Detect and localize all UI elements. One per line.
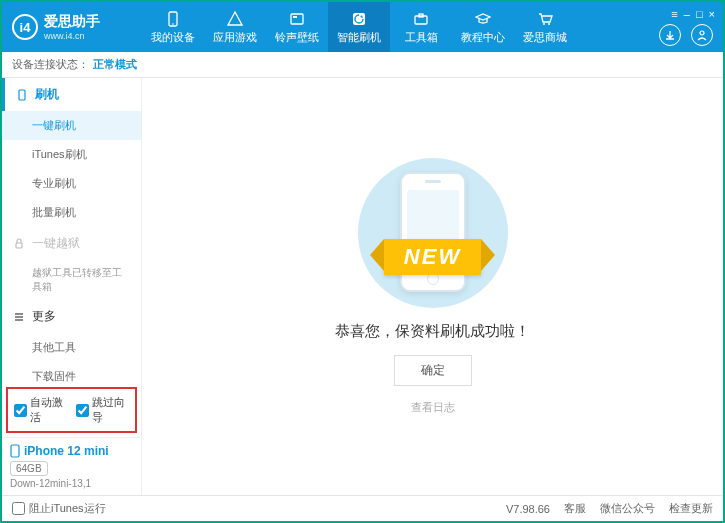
download-button[interactable] (659, 24, 681, 46)
apps-icon (226, 10, 244, 28)
sidebar-options-highlight: 自动激活 跳过向导 (6, 387, 137, 433)
sidebar-group-more: 更多 其他工具 下载固件 高级功能 (2, 300, 141, 383)
device-block[interactable]: iPhone 12 mini 64GB Down-12mini-13,1 (2, 437, 141, 495)
nav-tutorial[interactable]: 教程中心 (452, 2, 514, 52)
svg-rect-3 (293, 16, 297, 18)
nav-ringtones[interactable]: 铃声壁纸 (266, 2, 328, 52)
sidebar-header-label: 更多 (32, 308, 56, 325)
toolbox-icon (412, 10, 430, 28)
list-icon (12, 310, 26, 324)
phone-icon (164, 10, 182, 28)
nav-label: 教程中心 (461, 30, 505, 45)
sidebar-scroll[interactable]: 刷机 一键刷机 iTunes刷机 专业刷机 批量刷机 一键越狱 越狱工具已转移至… (2, 78, 141, 383)
sidebar-header-jailbreak[interactable]: 一键越狱 (2, 227, 141, 260)
logo-subtitle: www.i4.cn (44, 31, 100, 41)
graduation-icon (474, 10, 492, 28)
nav-flash[interactable]: 智能刷机 (328, 2, 390, 52)
lock-icon (12, 237, 26, 251)
close-button[interactable]: × (709, 8, 715, 20)
checkbox-input[interactable] (12, 502, 25, 515)
logo: i4 爱思助手 www.i4.cn (12, 13, 142, 41)
checkbox-auto-activate[interactable]: 自动激活 (14, 395, 68, 425)
phone-icon (15, 88, 29, 102)
sidebar-item-oneclick-flash[interactable]: 一键刷机 (2, 111, 141, 140)
main-content: NEW 恭喜您，保资料刷机成功啦！ 确定 查看日志 (142, 78, 723, 495)
sidebar-item-other-tools[interactable]: 其他工具 (2, 333, 141, 362)
body: 刷机 一键刷机 iTunes刷机 专业刷机 批量刷机 一键越狱 越狱工具已转移至… (2, 78, 723, 495)
sidebar-group-flash: 刷机 一键刷机 iTunes刷机 专业刷机 批量刷机 (2, 78, 141, 227)
svg-rect-10 (19, 90, 25, 100)
success-message: 恭喜您，保资料刷机成功啦！ (335, 322, 530, 341)
svg-point-1 (172, 23, 174, 25)
wechat-link[interactable]: 微信公众号 (600, 501, 655, 516)
main-nav: 我的设备 应用游戏 铃声壁纸 智能刷机 工具箱 教程中心 (142, 2, 713, 52)
sidebar: 刷机 一键刷机 iTunes刷机 专业刷机 批量刷机 一键越狱 越狱工具已转移至… (2, 78, 142, 495)
checkbox-input[interactable] (14, 404, 27, 417)
logo-title: 爱思助手 (44, 13, 100, 31)
version-label: V7.98.66 (506, 503, 550, 515)
window-controls: ≡ – □ × (671, 8, 715, 20)
checkbox-skip-guide[interactable]: 跳过向导 (76, 395, 130, 425)
svg-rect-11 (16, 243, 22, 248)
checkbox-input[interactable] (76, 404, 89, 417)
checkbox-block-itunes[interactable]: 阻止iTunes运行 (12, 501, 106, 516)
status-bar: 设备连接状态： 正常模式 (2, 52, 723, 78)
nav-label: 应用游戏 (213, 30, 257, 45)
device-name: iPhone 12 mini (10, 444, 133, 458)
maximize-button[interactable]: □ (696, 8, 703, 20)
sidebar-item-download-firmware[interactable]: 下载固件 (2, 362, 141, 383)
nav-store[interactable]: 爱思商城 (514, 2, 576, 52)
svg-rect-2 (291, 14, 303, 24)
wallpaper-icon (288, 10, 306, 28)
sidebar-jailbreak-note: 越狱工具已转移至工具箱 (2, 260, 141, 300)
view-log-link[interactable]: 查看日志 (411, 400, 455, 415)
customer-service-link[interactable]: 客服 (564, 501, 586, 516)
logo-icon: i4 (12, 14, 38, 40)
minimize-button[interactable]: – (684, 8, 690, 20)
header-actions (659, 24, 713, 46)
status-value: 正常模式 (93, 57, 137, 72)
nav-label: 我的设备 (151, 30, 195, 45)
svg-point-8 (548, 23, 550, 25)
sidebar-item-itunes-flash[interactable]: iTunes刷机 (2, 140, 141, 169)
ok-button[interactable]: 确定 (394, 355, 472, 386)
check-update-link[interactable]: 检查更新 (669, 501, 713, 516)
sidebar-header-flash[interactable]: 刷机 (2, 78, 141, 111)
user-button[interactable] (691, 24, 713, 46)
svg-point-9 (700, 31, 704, 35)
success-illustration: NEW (333, 158, 533, 308)
checkbox-label: 阻止iTunes运行 (29, 501, 106, 516)
nav-label: 爱思商城 (523, 30, 567, 45)
sidebar-item-batch-flash[interactable]: 批量刷机 (2, 198, 141, 227)
device-model: Down-12mini-13,1 (10, 478, 133, 489)
refresh-icon (350, 10, 368, 28)
nav-label: 工具箱 (405, 30, 438, 45)
nav-toolbox[interactable]: 工具箱 (390, 2, 452, 52)
checkbox-label: 跳过向导 (92, 395, 130, 425)
nav-label: 铃声壁纸 (275, 30, 319, 45)
device-name-text: iPhone 12 mini (24, 444, 109, 458)
ribbon-text: NEW (384, 239, 481, 275)
svg-point-7 (543, 23, 545, 25)
checkbox-label: 自动激活 (30, 395, 68, 425)
app-window: i4 爱思助手 www.i4.cn 我的设备 应用游戏 铃声壁纸 智能刷机 (0, 0, 725, 523)
sidebar-header-label: 一键越狱 (32, 235, 80, 252)
sidebar-header-label: 刷机 (35, 86, 59, 103)
nav-my-device[interactable]: 我的设备 (142, 2, 204, 52)
sidebar-item-pro-flash[interactable]: 专业刷机 (2, 169, 141, 198)
status-label: 设备连接状态： (12, 57, 89, 72)
device-storage-badge: 64GB (10, 461, 48, 476)
menu-button[interactable]: ≡ (671, 8, 677, 20)
logo-text: 爱思助手 www.i4.cn (44, 13, 100, 41)
sidebar-header-more[interactable]: 更多 (2, 300, 141, 333)
svg-rect-12 (11, 445, 19, 457)
new-ribbon: NEW (333, 236, 533, 278)
nav-apps[interactable]: 应用游戏 (204, 2, 266, 52)
app-header: i4 爱思助手 www.i4.cn 我的设备 应用游戏 铃声壁纸 智能刷机 (2, 2, 723, 52)
phone-icon (10, 444, 20, 458)
cart-icon (536, 10, 554, 28)
sidebar-group-jailbreak: 一键越狱 越狱工具已转移至工具箱 (2, 227, 141, 300)
nav-label: 智能刷机 (337, 30, 381, 45)
footer: 阻止iTunes运行 V7.98.66 客服 微信公众号 检查更新 (2, 495, 723, 521)
